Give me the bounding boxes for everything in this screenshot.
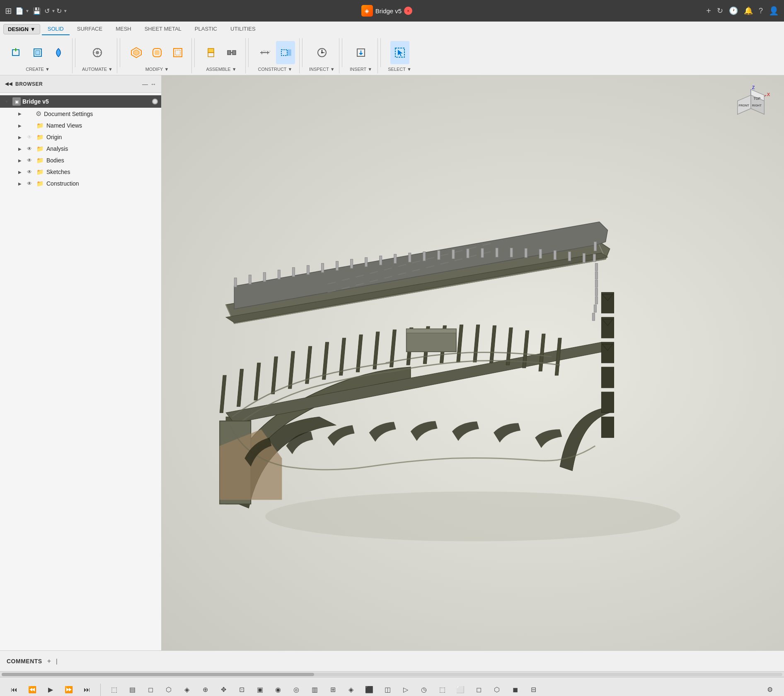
sketch-tool-15[interactable]: ⬛ — [362, 682, 377, 696]
sketches-eye-icon[interactable]: 👁 — [26, 168, 33, 176]
sketch-tool-21[interactable]: ◻ — [471, 682, 486, 696]
help-button[interactable]: ? — [759, 7, 763, 15]
notifications-button[interactable]: 🔔 — [744, 6, 753, 15]
sketch-tool-12[interactable]: ▥ — [307, 682, 322, 696]
browser-pin-button[interactable]: — — [142, 81, 148, 87]
offset-plane-button[interactable]: |←→| — [255, 41, 274, 64]
sketch-tool-4[interactable]: ⬡ — [161, 682, 176, 696]
sketch-tool-11[interactable]: ◎ — [289, 682, 304, 696]
sketch-tool-3[interactable]: ◻ — [143, 682, 158, 696]
construct-label[interactable]: CONSTRUCT ▼ — [258, 67, 293, 73]
browser-collapse-icon[interactable]: ◀◀ — [5, 81, 12, 87]
sketch-tool-19[interactable]: ⬚ — [435, 682, 450, 696]
status-forward-button[interactable]: ⏩ — [61, 682, 76, 696]
automate-label[interactable]: AUTOMATE ▼ — [82, 67, 113, 73]
tab-solid[interactable]: SOLID — [42, 23, 70, 35]
sketch-tool-7[interactable]: ✥ — [216, 682, 231, 696]
sketch-tool-8[interactable]: ⊡ — [234, 682, 249, 696]
construction-expand[interactable] — [17, 180, 23, 187]
joint-button[interactable] — [201, 41, 220, 64]
tab-mesh[interactable]: MESH — [110, 23, 137, 35]
tab-surface[interactable]: SURFACE — [71, 23, 108, 35]
sketch-tool-13[interactable]: ⊞ — [325, 682, 340, 696]
construct-active-button[interactable] — [276, 41, 295, 64]
tab-utilities[interactable]: UTILITIES — [225, 23, 261, 35]
sketch-tool-23[interactable]: ◼ — [508, 682, 523, 696]
sketch-tool-22[interactable]: ⬡ — [489, 682, 504, 696]
redo-button[interactable]: ↻ ▼ — [56, 7, 68, 15]
doc-settings-expand[interactable] — [17, 111, 23, 117]
insert-label[interactable]: INSERT ▼ — [350, 67, 372, 73]
add-tab-button[interactable]: + — [706, 6, 711, 16]
sketch-tool-9[interactable]: ▣ — [252, 682, 267, 696]
sketch-tool-17[interactable]: ▷ — [398, 682, 413, 696]
add-comment-button[interactable]: + — [47, 657, 51, 665]
sketch-tool-5[interactable]: ◈ — [179, 682, 194, 696]
status-play-button[interactable]: ▶ — [43, 682, 58, 696]
analysis-eye-icon[interactable]: 👁 — [26, 145, 33, 152]
status-next-button[interactable]: ⏭ — [80, 682, 94, 696]
select-button[interactable] — [390, 41, 409, 64]
tab-plastic[interactable]: PLASTIC — [189, 23, 223, 35]
status-prev-button[interactable]: ⏮ — [7, 682, 22, 696]
sketch-tool-2[interactable]: ▤ — [125, 682, 140, 696]
status-back-button[interactable]: ⏪ — [25, 682, 40, 696]
insert-button[interactable] — [351, 41, 370, 64]
profile-button[interactable]: 👤 — [769, 6, 779, 16]
analysis-expand[interactable] — [17, 145, 23, 152]
motion-link-button[interactable] — [222, 41, 241, 64]
modify-label[interactable]: MODIFY ▼ — [145, 67, 169, 73]
file-button[interactable]: 📄 ▼ — [15, 7, 29, 15]
viewport[interactable]: Z X TOP FRONT RIGHT ⊕ — [162, 75, 784, 650]
history-button[interactable]: 🕐 — [729, 6, 738, 15]
construction-eye-icon[interactable]: 👁 — [26, 180, 33, 187]
sketch-tool-10[interactable]: ◉ — [271, 682, 286, 696]
automate-button[interactable] — [88, 41, 107, 64]
browser-item-named-views[interactable]: 📁 Named Views — [0, 120, 161, 131]
create-sketch-button[interactable] — [28, 41, 47, 64]
undo-button[interactable]: ↺ ▼ — [44, 7, 56, 15]
refresh-button[interactable]: ↻ — [717, 6, 723, 15]
origin-expand[interactable] — [17, 134, 23, 140]
save-button[interactable]: 💾 — [33, 7, 41, 15]
design-dropdown-button[interactable]: DESIGN ▼ — [3, 24, 40, 34]
tab-sheet-metal[interactable]: SHEET METAL — [139, 23, 187, 35]
new-component-button[interactable] — [7, 41, 27, 64]
browser-item-document-settings[interactable]: ⚙ Document Settings — [0, 108, 161, 120]
origin-eye-icon[interactable]: 👁 — [26, 133, 33, 141]
browser-item-construction[interactable]: 👁 📁 Construction — [0, 178, 161, 189]
sketch-tool-6[interactable]: ⊕ — [198, 682, 213, 696]
press-pull-button[interactable] — [127, 41, 146, 64]
sketch-tool-16[interactable]: ◫ — [380, 682, 395, 696]
sketch-tool-18[interactable]: ◷ — [416, 682, 431, 696]
scroll-thumb[interactable] — [2, 673, 314, 676]
inspect-label[interactable]: INSPECT ▼ — [309, 67, 335, 73]
grid-menu-button[interactable]: ⊞ — [5, 6, 12, 16]
browser-item-bodies[interactable]: 👁 📁 Bodies — [0, 155, 161, 166]
comments-pin-button[interactable]: | — [56, 658, 58, 665]
browser-item-origin[interactable]: 👁 📁 Origin — [0, 131, 161, 143]
sketch-tool-14[interactable]: ◈ — [344, 682, 358, 696]
create-form-button[interactable] — [49, 41, 68, 64]
sketch-tool-20[interactable]: ⬜ — [453, 682, 468, 696]
fillet-button[interactable] — [148, 41, 167, 64]
settings-button[interactable]: ⚙ — [762, 682, 777, 696]
view-cube[interactable]: Z X TOP FRONT RIGHT — [726, 84, 776, 125]
scroll-track[interactable] — [2, 673, 782, 676]
measure-button[interactable] — [312, 41, 332, 64]
sketch-tool-24[interactable]: ⊟ — [526, 682, 541, 696]
named-views-expand[interactable] — [17, 122, 23, 129]
select-label[interactable]: SELECT ▼ — [388, 67, 411, 73]
create-label[interactable]: CREATE ▼ — [26, 67, 50, 73]
sketches-expand[interactable] — [17, 169, 23, 175]
browser-item-analysis[interactable]: 👁 📁 Analysis — [0, 143, 161, 155]
browser-expand-button[interactable]: ↔ — [150, 81, 156, 87]
scroll-area[interactable] — [0, 671, 784, 677]
close-window-button[interactable]: × — [404, 7, 412, 15]
browser-root-item[interactable]: ▣ Bridge v5 — [0, 95, 161, 108]
shell-button[interactable] — [168, 41, 187, 64]
assemble-label[interactable]: ASSEMBLE ▼ — [206, 67, 236, 73]
browser-item-sketches[interactable]: 👁 📁 Sketches — [0, 166, 161, 178]
bodies-eye-icon[interactable]: 👁 — [26, 157, 33, 164]
sketch-tool-1[interactable]: ⬚ — [106, 682, 121, 696]
